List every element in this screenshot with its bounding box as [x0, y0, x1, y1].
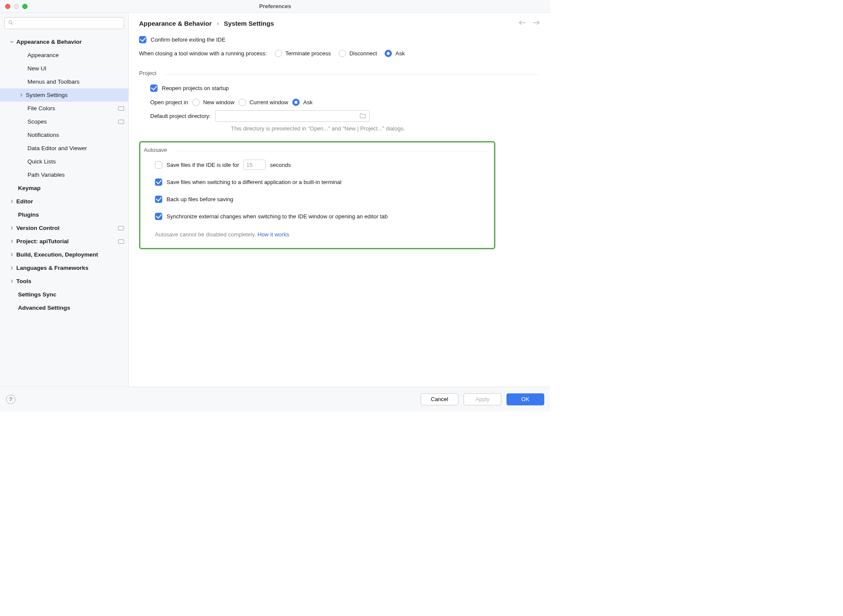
radio-disconnect[interactable]: [339, 50, 346, 57]
sidebar-item-keymap[interactable]: Keymap: [0, 181, 128, 195]
sidebar-item-advanced[interactable]: Advanced Settings: [0, 301, 128, 314]
confirm-exit-checkbox[interactable]: [139, 36, 146, 43]
radio-label: Current window: [249, 99, 288, 106]
sidebar-item-label: Scopes: [27, 118, 118, 125]
window-title: Preferences: [0, 0, 550, 12]
nav-arrows: [519, 20, 540, 27]
sidebar-item-label: Editor: [16, 198, 124, 205]
sidebar-item-plugins[interactable]: Plugins: [0, 208, 128, 221]
breadcrumb: Appearance & Behavior › System Settings: [139, 20, 540, 27]
autosave-note: Autosave cannot be disabled completely. …: [144, 231, 487, 238]
sidebar-item-file-colors[interactable]: File Colors: [0, 102, 128, 115]
radio-terminate[interactable]: [275, 50, 282, 57]
sidebar-item-system-settings[interactable]: System Settings: [0, 88, 128, 102]
sidebar-item-scopes[interactable]: Scopes: [0, 115, 128, 128]
default-dir-field[interactable]: [215, 110, 370, 122]
sidebar-item-appearance[interactable]: Appearance: [0, 48, 128, 62]
sidebar-item-appearance-behavior[interactable]: Appearance & Behavior: [0, 35, 128, 48]
chevron-right-icon: [9, 252, 15, 258]
sidebar-item-path-variables[interactable]: Path Variables: [0, 168, 128, 181]
chevron-down-icon: [9, 39, 15, 45]
idle-seconds-input[interactable]: [243, 160, 266, 170]
cancel-button[interactable]: Cancel: [421, 393, 458, 405]
chevron-right-icon: [9, 225, 15, 231]
sidebar-item-label: Keymap: [18, 185, 124, 191]
sidebar-item-label: System Settings: [26, 92, 124, 98]
sidebar-item-languages[interactable]: Languages & Frameworks: [0, 261, 128, 275]
settings-content: Appearance & Behavior › System Settings …: [129, 13, 550, 387]
radio-label: New window: [203, 99, 234, 106]
sidebar-item-editor[interactable]: Editor: [0, 195, 128, 208]
idle-save-label-a: Save files if the IDE is idle for: [167, 162, 239, 168]
folder-icon[interactable]: [360, 112, 367, 120]
sidebar-item-project[interactable]: Project: apiTutorial: [0, 235, 128, 248]
help-icon[interactable]: ?: [6, 395, 15, 404]
section-title: Autosave: [144, 147, 487, 153]
radio-label: Terminate process: [285, 50, 331, 57]
sidebar-item-label: Advanced Settings: [18, 305, 124, 311]
sidebar-item-tools[interactable]: Tools: [0, 275, 128, 288]
forward-icon[interactable]: [532, 20, 540, 27]
sidebar-item-label: File Colors: [27, 105, 118, 112]
sync-checkbox[interactable]: [155, 213, 162, 220]
radio-label: Ask: [303, 99, 312, 106]
sidebar-item-version-control[interactable]: Version Control: [0, 221, 128, 235]
chevron-right-icon: [9, 278, 15, 284]
breadcrumb-part: Appearance & Behavior: [139, 20, 212, 27]
sidebar-item-label: Tools: [16, 278, 124, 284]
back-icon[interactable]: [519, 20, 526, 27]
default-dir-label: Default project directory:: [150, 113, 211, 119]
search-input[interactable]: [15, 20, 120, 27]
breadcrumb-part: System Settings: [224, 20, 274, 27]
close-process-radios: Terminate process Disconnect Ask: [275, 50, 405, 57]
backup-checkbox[interactable]: [155, 196, 162, 203]
apply-button[interactable]: Apply: [464, 393, 501, 405]
sidebar-item-label: Settings Sync: [18, 291, 124, 298]
sidebar-item-label: Languages & Frameworks: [16, 265, 124, 271]
svg-point-0: [9, 21, 12, 24]
titlebar: Preferences: [0, 0, 550, 13]
section-title: Project: [139, 70, 540, 76]
switch-save-label: Save files when switching to a different…: [167, 179, 341, 185]
radio-open-ask[interactable]: [292, 99, 300, 106]
radio-new-window[interactable]: [192, 99, 200, 106]
idle-save-label-b: seconds: [270, 162, 291, 168]
project-badge-icon: [118, 226, 124, 230]
sidebar-item-label: Build, Execution, Deployment: [16, 251, 124, 258]
default-dir-input[interactable]: [215, 113, 360, 119]
radio-current-window[interactable]: [239, 99, 246, 106]
default-dir-hint: This directory is preselected in "Open..…: [139, 125, 540, 132]
radio-label: Disconnect: [349, 50, 377, 57]
sidebar-item-label: Appearance & Behavior: [16, 39, 124, 45]
sidebar-item-notifications[interactable]: Notifications: [0, 128, 128, 142]
radio-ask[interactable]: [385, 50, 392, 57]
sidebar-item-label: Menus and Toolbars: [27, 79, 124, 85]
settings-sidebar: Appearance & Behavior Appearance New UI …: [0, 13, 129, 387]
search-field[interactable]: [4, 17, 124, 29]
radio-label: Ask: [395, 50, 405, 57]
project-section: Project Reopen projects on startup Open …: [139, 70, 540, 132]
sidebar-item-build[interactable]: Build, Execution, Deployment: [0, 248, 128, 261]
sidebar-item-menus[interactable]: Menus and Toolbars: [0, 75, 128, 88]
project-badge-icon: [118, 120, 124, 124]
sidebar-item-label: Path Variables: [27, 172, 124, 178]
sidebar-item-label: Project: apiTutorial: [16, 238, 118, 245]
idle-save-checkbox[interactable]: [155, 161, 162, 169]
backup-label: Back up files before saving: [167, 196, 233, 202]
sidebar-item-label: Quick Lists: [27, 158, 124, 165]
sidebar-item-label: Data Editor and Viewer: [27, 145, 124, 151]
search-icon: [8, 20, 13, 27]
confirm-exit-label: Confirm before exiting the IDE: [151, 36, 225, 43]
dialog-footer: ? Cancel Apply OK: [0, 387, 550, 411]
sidebar-item-label: Plugins: [18, 211, 124, 218]
sidebar-item-data-editor[interactable]: Data Editor and Viewer: [0, 142, 128, 155]
sidebar-item-new-ui[interactable]: New UI: [0, 62, 128, 75]
switch-save-checkbox[interactable]: [155, 178, 162, 186]
ok-button[interactable]: OK: [506, 393, 544, 405]
chevron-right-icon: [9, 199, 15, 205]
reopen-checkbox[interactable]: [150, 85, 158, 92]
sidebar-item-label: Notifications: [27, 132, 124, 138]
how-it-works-link[interactable]: How it works: [258, 231, 289, 238]
sidebar-item-settings-sync[interactable]: Settings Sync: [0, 288, 128, 301]
sidebar-item-quick-lists[interactable]: Quick Lists: [0, 155, 128, 168]
